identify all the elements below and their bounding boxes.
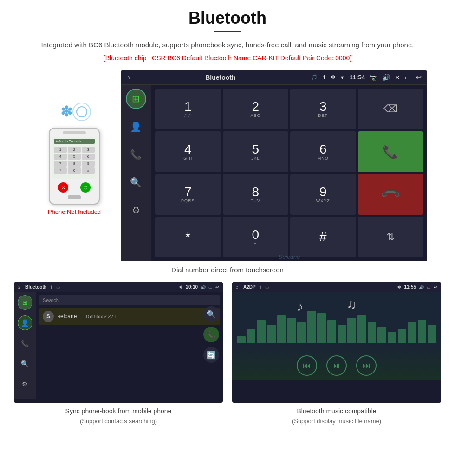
call-action-btn[interactable]: 📞 <box>203 327 219 342</box>
specs-text: (Bluetooth chip : CSR BC6 Default Blueto… <box>0 54 455 62</box>
dial-key-5[interactable]: 5JKL <box>223 131 289 172</box>
dial-key-4[interactable]: 4GHI <box>155 131 221 172</box>
dial-key-7[interactable]: 7PQRS <box>155 174 221 215</box>
phone-screen-header: + Add to Contacts <box>54 139 95 144</box>
eq-bar <box>297 322 306 343</box>
dial-key-end[interactable]: 📞 <box>358 174 424 215</box>
title-underline <box>214 31 241 32</box>
dial-key-3[interactable]: 3DEF <box>290 89 356 129</box>
sidebar-icon-contacts[interactable]: 👤 <box>126 116 146 137</box>
sidebar-icon-apps[interactable]: ⊞ <box>126 89 146 109</box>
music-clock: 11:55 <box>404 284 416 289</box>
usb-icon: ⬆ <box>322 74 326 80</box>
phone-bottom-bar: ✕ ✆ <box>52 182 97 193</box>
music-home-icon[interactable]: ⌂ <box>236 284 239 289</box>
music-title: A2DP <box>243 284 256 289</box>
eq-bars <box>237 311 436 343</box>
phonebook-status1: ⬆ <box>50 285 53 289</box>
phonebook-sidebar-settings[interactable]: ⚙ <box>18 377 32 392</box>
phonebook-sidebar: ⊞ 👤 📞 🔍 ⚙ <box>14 292 36 399</box>
dial-caption: Dial number direct from touchscreen <box>0 266 455 274</box>
music-next-btn[interactable]: ⏭ <box>356 355 377 376</box>
window-icon[interactable]: ▭ <box>405 74 411 81</box>
music-mini-header: ⌂ A2DP ⬆ ▭ ✽ 11:55 🔊 ▭ ↩ <box>232 282 441 292</box>
eq-bar <box>347 318 356 343</box>
music-win-icon[interactable]: ▭ <box>427 285 431 289</box>
phonebook-sidebar-search[interactable]: 🔍 <box>18 356 32 371</box>
car-main-screen: ⌂ Bluetooth 🎵 ⬆ ✽ ▼ 11:54 📷 🔊 ✕ ▭ ↩ ⊞ 👤 … <box>121 70 427 261</box>
phonebook-back-icon[interactable]: ↩ <box>215 285 219 289</box>
eq-bar <box>307 311 316 343</box>
music-back-icon[interactable]: ↩ <box>434 285 437 289</box>
phonebook-home-icon[interactable]: ⌂ <box>18 284 20 289</box>
phonebook-sidebar-apps[interactable]: ⊞ <box>18 295 32 310</box>
phonebook-bt-icon: ✽ <box>179 285 183 289</box>
sidebar-icon-calls[interactable]: 📞 <box>126 144 146 165</box>
volume-icon[interactable]: 🔊 <box>382 74 390 81</box>
dial-key-star[interactable]: * <box>155 217 221 257</box>
phonebook-actions: 🔍 📞 🔄 <box>203 306 219 363</box>
eq-bar <box>257 320 266 343</box>
phonebook-status2: ▭ <box>56 285 60 289</box>
music-caption-sub: (Support display music file name) <box>292 418 381 425</box>
search-bar[interactable]: Search <box>39 295 220 305</box>
dial-key-transfer[interactable]: ⇅ <box>358 217 424 257</box>
phone-screen: + Add to Contacts 1 2 3 4 5 6 7 8 9 * 0 … <box>52 137 97 179</box>
dial-key-6[interactable]: 6MNO <box>290 131 356 172</box>
wave-outer <box>72 103 91 121</box>
music-vol-icon[interactable]: 🔊 <box>419 285 424 289</box>
music-screen-item: ⌂ A2DP ⬆ ▭ ✽ 11:55 🔊 ▭ ↩ ♪ ♫ <box>232 282 441 426</box>
camera-icon[interactable]: 📷 <box>370 74 377 81</box>
phonebook-mini-screen: ⌂ Bluetooth ⬆ ▭ ✽ 20:10 🔊 ▭ ↩ ⊞ 👤 📞 🔍 ⚙ <box>14 282 223 403</box>
phonebook-title: Bluetooth <box>25 284 47 289</box>
eq-bar <box>408 322 416 343</box>
phone-key-hash: # <box>82 167 95 174</box>
phone-key-9: 9 <box>82 161 95 167</box>
phonebook-vol-icon[interactable]: 🔊 <box>201 285 206 289</box>
bottom-screens-row: ⌂ Bluetooth ⬆ ▭ ✽ 20:10 🔊 ▭ ↩ ⊞ 👤 📞 🔍 ⚙ <box>0 282 455 426</box>
phonebook-sidebar-contacts[interactable]: 👤 <box>18 315 32 330</box>
music-body: ♪ ♫ ⏮ ⏯ ⏭ <box>232 292 441 380</box>
dial-key-1[interactable]: 1◌◌ <box>155 89 221 129</box>
phone-illustration: ✽ + Add to Contacts 1 2 3 4 5 6 7 8 9 * <box>28 70 121 215</box>
sync-action-btn[interactable]: 🔄 <box>203 347 219 363</box>
sidebar-icon-search[interactable]: 🔍 <box>126 172 146 193</box>
phone-key-1: 1 <box>54 147 67 153</box>
sidebar-icon-settings[interactable]: ⚙ <box>126 200 146 220</box>
bluetooth-wave: ✽ <box>56 98 93 126</box>
phone-key-star: * <box>54 167 67 174</box>
music-caption: Bluetooth music compatible (Support disp… <box>292 406 381 426</box>
dial-key-8[interactable]: 8TUV <box>223 174 289 215</box>
phone-home-btn <box>68 195 81 199</box>
home-icon[interactable]: ⌂ <box>126 74 130 81</box>
dial-key-9[interactable]: 9WXYZ <box>290 174 356 215</box>
back-icon[interactable]: ↩ <box>416 73 422 82</box>
contact-avatar: S <box>43 311 54 322</box>
dial-key-call[interactable]: 📞 <box>358 131 424 172</box>
search-action-btn[interactable]: 🔍 <box>203 306 219 322</box>
close-icon[interactable]: ✕ <box>395 74 400 81</box>
bluetooth-symbol-icon: ✽ <box>60 103 73 120</box>
eq-bar <box>358 315 366 343</box>
music-prev-btn[interactable]: ⏮ <box>297 355 317 376</box>
dial-key-0[interactable]: 0+ <box>223 217 289 257</box>
phone-key-4: 4 <box>54 154 67 160</box>
phonebook-sidebar-calls[interactable]: 📞 <box>18 336 32 351</box>
music-content: ♪ ♫ ⏮ ⏯ ⏭ <box>232 292 441 380</box>
contact-row[interactable]: S seicane 15885554271 <box>39 308 220 325</box>
phonebook-win-icon[interactable]: ▭ <box>208 285 213 289</box>
dial-key-backspace[interactable]: ⌫ <box>358 89 424 129</box>
eq-bar <box>428 325 436 343</box>
car-screen-body: ⊞ 👤 📞 🔍 ⚙ 1◌◌ 2ABC 3DEF ⌫ 4GHI 5JKL 6MNO… <box>121 85 427 261</box>
dial-key-hash[interactable]: # <box>290 217 356 257</box>
music-play-btn[interactable]: ⏯ <box>326 355 347 376</box>
car-screen-header: ⌂ Bluetooth 🎵 ⬆ ✽ ▼ 11:54 📷 🔊 ✕ ▭ ↩ <box>121 70 427 85</box>
dial-key-2[interactable]: 2ABC <box>223 89 289 129</box>
phone-call-btn: ✆ <box>80 182 91 193</box>
eq-bar <box>338 325 346 343</box>
main-screen-row: ✽ + Add to Contacts 1 2 3 4 5 6 7 8 9 * <box>0 70 455 261</box>
eq-bar <box>398 329 407 343</box>
phone-key-8: 8 <box>68 161 81 167</box>
eq-bar <box>368 322 377 343</box>
signal-icon: ▼ <box>340 75 345 80</box>
